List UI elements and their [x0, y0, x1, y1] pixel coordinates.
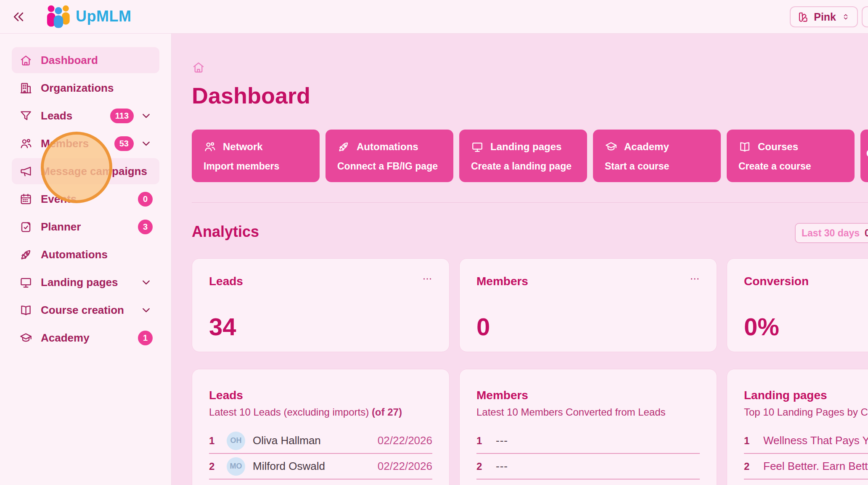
funnel-icon [19, 109, 32, 122]
chevron-updown-icon [841, 12, 850, 21]
sidebar-item-course-creation[interactable]: Course creation [12, 297, 159, 323]
calendar-icon [19, 193, 32, 206]
rocket-icon [19, 248, 32, 261]
home-icon [19, 54, 32, 67]
events-count-badge: 0 [138, 192, 153, 207]
sidebar-item-organizations[interactable]: Organizations [12, 75, 159, 101]
megaphone-icon [19, 165, 32, 178]
people-icon [19, 137, 32, 150]
lists-row: Leads Latest 10 Leads (excluding imports… [192, 369, 868, 485]
lead-row[interactable]: 2 MO Milford Oswald 02/22/2026 [209, 454, 432, 480]
theme-selector[interactable]: Pink [790, 6, 858, 27]
conversion-stat-value: 0% [744, 313, 779, 341]
stat-card-members: Members 0 [459, 258, 717, 352]
quick-action-network[interactable]: Network Import members [192, 130, 320, 182]
members-count-badge: 53 [114, 136, 134, 151]
people-icon [204, 140, 216, 153]
gradcap-icon [605, 140, 617, 153]
building-icon [19, 82, 32, 95]
app-logo: UpMLM [45, 4, 131, 29]
sidebar-item-dashboard[interactable]: Dashboard [12, 47, 159, 73]
more-menu-icon[interactable] [687, 274, 702, 284]
landing-page-row[interactable]: 1 Wellness That Pays You Back [744, 428, 868, 454]
sidebar-item-automations[interactable]: Automations [12, 241, 159, 268]
date-range-selector[interactable]: Last 30 days 01/2 [795, 223, 868, 243]
sidebar-item-academy[interactable]: Academy 1 [12, 325, 159, 351]
member-row[interactable]: 1 --- [476, 428, 700, 454]
landing-list-subtitle: Top 10 Landing Pages by Convers [744, 406, 868, 418]
swatch-icon [797, 11, 809, 23]
chevron-down-icon[interactable] [140, 304, 153, 317]
top-bar: UpMLM Pink [0, 0, 868, 34]
book-icon [19, 304, 32, 317]
sidebar-item-planner[interactable]: Planner 3 [12, 214, 159, 240]
chevron-down-icon[interactable] [140, 276, 153, 289]
quick-action-courses[interactable]: Courses Create a course [727, 130, 855, 182]
page-title: Dashboard [192, 82, 868, 109]
date-range-label: Last 30 days [802, 228, 860, 239]
list-card-members: Members Latest 10 Members Converted from… [459, 369, 717, 485]
book-icon [738, 140, 751, 153]
main-content: Dashboard Network Import members Automat… [172, 34, 868, 485]
analytics-heading: Analytics [192, 223, 868, 241]
planner-count-badge: 3 [138, 220, 153, 234]
monitor-icon [471, 140, 484, 153]
academy-count-badge: 1 [138, 331, 153, 345]
lead-row[interactable]: 1 OH Oliva Hallman 02/22/2026 [209, 428, 432, 454]
planner-icon [19, 220, 32, 233]
rocket-icon [337, 140, 350, 153]
date-range-value: 01/2 [865, 228, 868, 239]
quick-action-landing-pages[interactable]: Landing pages Create a landing page [459, 130, 587, 182]
sidebar-item-members[interactable]: Members 53 [12, 130, 159, 156]
list-card-leads: Leads Latest 10 Leads (excluding imports… [192, 369, 450, 485]
sidebar-item-events[interactable]: Events 0 [12, 186, 159, 212]
stat-card-conversion: Conversion 0% [727, 258, 868, 352]
theme-selected-value: Pink [814, 11, 836, 23]
app-title: UpMLM [76, 8, 131, 25]
collapse-sidebar-button[interactable] [11, 9, 26, 24]
leads-list-subtitle: Latest 10 Leads (excluding imports) (of … [209, 406, 432, 418]
sidebar-item-leads[interactable]: Leads 113 [12, 103, 159, 129]
quick-action-automations[interactable]: Automations Connect a FB/IG page [326, 130, 453, 182]
members-list-subtitle: Latest 10 Members Converted from Leads [476, 406, 700, 418]
avatar: MO [227, 457, 245, 476]
gradcap-icon [19, 331, 32, 345]
sidebar-item-landing-pages[interactable]: Landing pages [12, 269, 159, 295]
stats-row: Leads 34 Members 0 Conversion 0% [192, 258, 868, 352]
quick-actions-row: Network Import members Automations Conne… [192, 130, 868, 182]
chevron-down-icon[interactable] [140, 137, 153, 150]
list-card-landing-pages: Landing pages Top 10 Landing Pages by Co… [727, 369, 868, 485]
sidebar-item-message-campaigns[interactable]: Message campaigns [12, 158, 159, 184]
members-stat-value: 0 [476, 313, 490, 341]
monitor-icon [19, 276, 32, 289]
member-row[interactable]: 2 --- [476, 454, 700, 480]
logo-people-icon [45, 4, 71, 29]
more-menu-icon[interactable] [420, 274, 435, 284]
leads-count-badge: 113 [110, 109, 134, 123]
quick-action-academy[interactable]: Academy Start a course [593, 130, 721, 182]
partial-toolbar-button[interactable] [862, 6, 868, 27]
chevron-down-icon[interactable] [140, 109, 153, 122]
section-divider [192, 202, 868, 203]
analytics-header: Analytics Last 30 days 01/2 [192, 223, 868, 245]
quick-action-partial[interactable]: C [860, 130, 868, 182]
avatar: OH [227, 432, 245, 450]
stat-card-leads: Leads 34 [192, 258, 450, 352]
sidebar: Dashboard Organizations Leads 113 Member… [0, 34, 172, 485]
landing-page-row[interactable]: 2 Feel Better. Earn Better. [744, 454, 868, 480]
breadcrumb-home-icon[interactable] [192, 61, 205, 74]
leads-stat-value: 34 [209, 313, 236, 341]
